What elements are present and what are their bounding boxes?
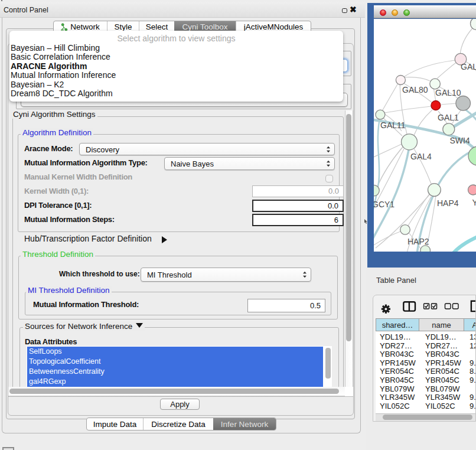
- svg-text:GAL4: GAL4: [410, 152, 432, 161]
- svg-text:GAL11: GAL11: [380, 120, 406, 130]
- svg-text:GAL7: GAL7: [461, 62, 476, 71]
- svg-text:GAL10: GAL10: [435, 88, 461, 97]
- svg-text:GAL1: GAL1: [438, 113, 459, 122]
- svg-text:HAP4: HAP4: [437, 198, 459, 208]
- svg-text:GCY1: GCY1: [374, 200, 395, 209]
- svg-text:Y: Y: [472, 198, 476, 207]
- svg-text:GAL80: GAL80: [402, 85, 428, 94]
- svg-text:HAP2: HAP2: [407, 237, 429, 246]
- svg-text:SWI4: SWI4: [450, 136, 470, 145]
